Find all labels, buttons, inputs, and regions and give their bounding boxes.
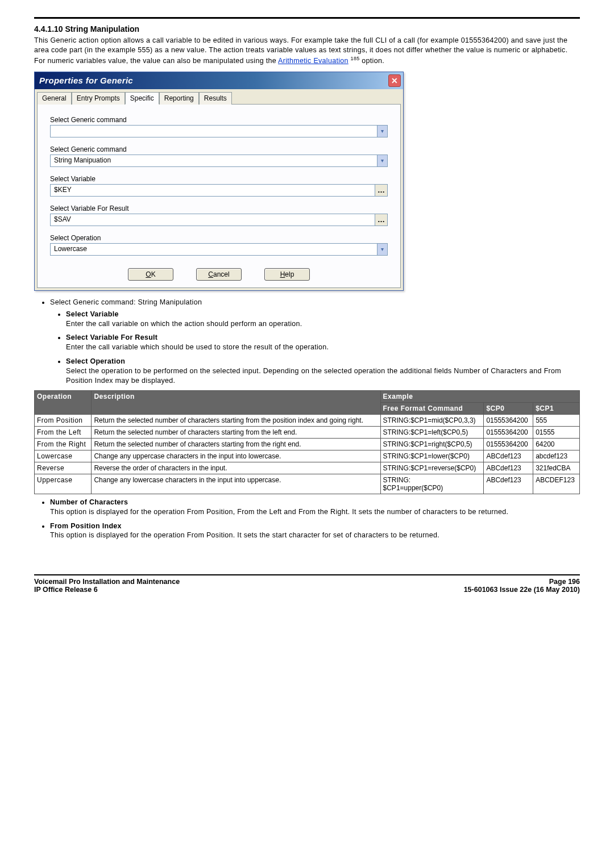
table-cell: 01555364200: [484, 414, 533, 426]
table-cell: 555: [533, 414, 580, 426]
close-icon[interactable]: ✕: [388, 74, 401, 87]
intro-paragraph: This Generic action option allows a call…: [34, 36, 580, 66]
list-item: Select Variable Enter the call variable …: [66, 310, 580, 329]
table-cell: Change any lowercase characters in the i…: [92, 474, 380, 494]
tab-reporting[interactable]: Reporting: [159, 92, 199, 105]
table-cell: STRING:$CP1=mid($CP0,3,3): [380, 414, 484, 426]
tab-general[interactable]: General: [37, 92, 72, 105]
generic-cmd-label: Select Generic command: [50, 116, 388, 124]
generic-cmd-value: [51, 126, 377, 137]
footer-right2: 15-601063 Issue 22e (16 May 2010): [464, 586, 580, 594]
table-cell: Change any uppercase characters in the i…: [92, 450, 380, 462]
table-cell: Return the selected number of characters…: [92, 426, 380, 438]
th-cp1: $CP1: [533, 402, 580, 414]
table-cell: Return the selected number of characters…: [92, 438, 380, 450]
table-cell: From Position: [35, 414, 92, 426]
table-cell: Uppercase: [35, 474, 92, 494]
table-cell: ABCdef123: [484, 450, 533, 462]
table-cell: ABCdef123: [484, 462, 533, 474]
table-cell: STRING:$CP1=right($CP0,5): [380, 438, 484, 450]
l0-text: Select Generic command: String Manipulat…: [50, 298, 202, 306]
properties-dialog: Properties for Generic ✕ General Entry P…: [34, 72, 404, 291]
select-op-label: Select Operation: [50, 234, 388, 242]
section-heading: 4.4.1.10 String Manipulation: [34, 24, 580, 34]
table-cell: 64200: [533, 438, 580, 450]
chevron-down-icon[interactable]: ▾: [377, 244, 387, 255]
select-var-label: Select Variable: [50, 175, 388, 183]
post-list: Number of Characters This option is disp…: [34, 498, 580, 541]
arithmetic-eval-link[interactable]: Arithmetic Evaluation: [278, 57, 349, 65]
table-cell: STRING:$CP1=lower($CP0): [380, 450, 484, 462]
table-row: ReverseReverse the order of characters i…: [35, 462, 580, 474]
table-cell: From the Right: [35, 438, 92, 450]
operations-table: Operation Description Example Free Forma…: [34, 390, 580, 494]
select-var-value: $KEY: [51, 185, 375, 196]
table-cell: STRING: $CP1=upper($CP0): [380, 474, 484, 494]
so-title: Select Operation: [66, 357, 125, 365]
select-var-result-label: Select Variable For Result: [50, 205, 388, 212]
dialog-title: Properties for Generic: [39, 76, 133, 85]
table-row: From PositionReturn the selected number …: [35, 414, 580, 426]
tab-entry-prompts[interactable]: Entry Prompts: [72, 92, 125, 105]
tabstrip: General Entry Prompts Specific Reporting…: [35, 89, 403, 104]
table-cell: Reverse: [35, 462, 92, 474]
select-op-value: Lowercase: [51, 244, 377, 255]
fpi-title: From Position Index: [50, 522, 122, 530]
table-row: UppercaseChange any lowercase characters…: [35, 474, 580, 494]
table-cell: Lowercase: [35, 450, 92, 462]
table-cell: Reverse the order of characters in the i…: [92, 462, 380, 474]
th-cp0: $CP0: [484, 402, 533, 414]
ellipsis-icon[interactable]: …: [375, 214, 387, 226]
table-cell: ABCDEF123: [533, 474, 580, 494]
page-footer: Voicemail Pro Installation and Maintenan…: [34, 574, 580, 594]
footer-left2: IP Office Release 6: [34, 586, 180, 594]
ellipsis-icon[interactable]: …: [375, 185, 387, 196]
list-item: Select Operation Select the operation to…: [66, 357, 580, 386]
list-item: Number of Characters This option is disp…: [50, 498, 580, 517]
th-description: Description: [92, 390, 380, 414]
table-cell: abcdef123: [533, 450, 580, 462]
intro-part2: option.: [362, 57, 384, 65]
cancel-button[interactable]: Cancel: [196, 268, 242, 281]
top-rule: [34, 17, 580, 19]
table-row: From the LeftReturn the selected number …: [35, 426, 580, 438]
sv-text: Enter the call variable on which the act…: [66, 320, 302, 328]
th-ffc: Free Format Command: [380, 402, 484, 414]
list-item: Select Variable For Result Enter the cal…: [66, 333, 580, 352]
generic-cmd-combo[interactable]: ▾: [50, 125, 388, 137]
svr-title: Select Variable For Result: [66, 333, 157, 341]
list-item: From Position Index This option is displ…: [50, 521, 580, 541]
th-example: Example: [380, 390, 579, 402]
select-var-result-field[interactable]: $SAV …: [50, 214, 388, 226]
footer-right1: Page 196: [464, 578, 580, 586]
chevron-down-icon[interactable]: ▾: [377, 126, 387, 137]
sv-title: Select Variable: [66, 310, 119, 318]
generic-cmd2-combo[interactable]: String Manipuation ▾: [50, 155, 388, 167]
table-cell: ABCdef123: [484, 474, 533, 494]
tab-specific[interactable]: Specific: [125, 92, 159, 105]
footer-left1: Voicemail Pro Installation and Maintenan…: [34, 578, 180, 586]
ok-button[interactable]: OK: [128, 268, 173, 281]
help-button[interactable]: Help: [264, 268, 310, 281]
th-operation: Operation: [35, 390, 92, 414]
noc-text: This option is displayed for the operati…: [50, 508, 508, 516]
select-op-combo[interactable]: Lowercase ▾: [50, 243, 388, 256]
generic-cmd2-value: String Manipuation: [51, 155, 377, 166]
table-row: LowercaseChange any uppercase characters…: [35, 450, 580, 462]
fpi-text: This option is displayed for the operati…: [50, 531, 439, 539]
tab-results[interactable]: Results: [199, 92, 232, 105]
dialog-titlebar: Properties for Generic ✕: [35, 72, 403, 89]
doc-list: Select Generic command: String Manipulat…: [34, 298, 580, 386]
table-cell: From the Left: [35, 426, 92, 438]
table-cell: STRING:$CP1=reverse($CP0): [380, 462, 484, 474]
select-var-field[interactable]: $KEY …: [50, 184, 388, 197]
dialog-buttons: OK Cancel Help: [50, 268, 388, 281]
list-item: Select Generic command: String Manipulat…: [50, 298, 580, 386]
dialog-body: Select Generic command ▾ Select Generic …: [37, 104, 401, 288]
chevron-down-icon[interactable]: ▾: [377, 155, 387, 166]
table-row: From the RightReturn the selected number…: [35, 438, 580, 450]
table-cell: 01555: [533, 426, 580, 438]
noc-title: Number of Characters: [50, 498, 128, 506]
table-cell: 321fedCBA: [533, 462, 580, 474]
svr-text: Enter the call variable which should be …: [66, 343, 329, 351]
